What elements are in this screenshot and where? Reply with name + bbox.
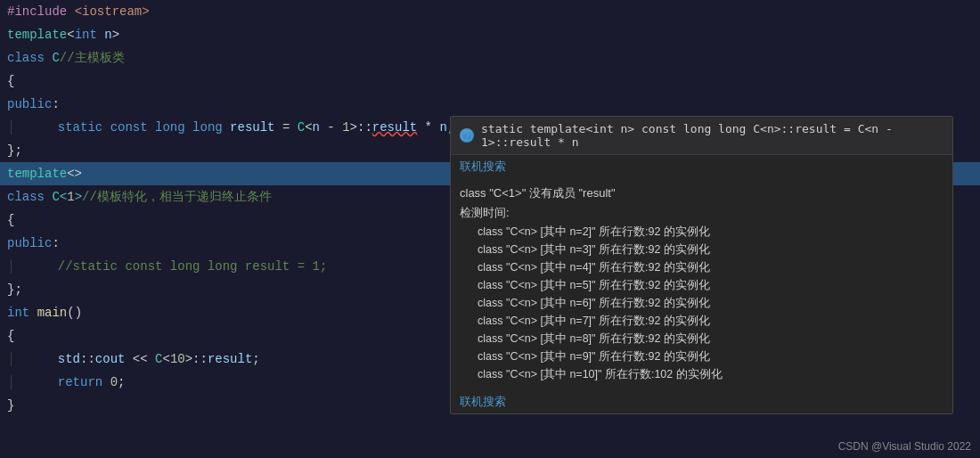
tooltip-link-1[interactable]: 联机搜索 [451, 155, 952, 178]
tooltip-body: class "C<1>" 没有成员 "result" 检测时间: class "… [451, 178, 952, 390]
code-line-3: class C//主模板类 [0, 46, 980, 70]
code-line-2: template<int n> [0, 23, 980, 46]
instance-item-7: class "C<n> [其中 n=8]" 所在行数:92 的实例化 [460, 330, 943, 348]
detect-label: 检测时间: [460, 205, 943, 221]
code-line-1: #include <iostream> [0, 0, 980, 23]
instance-item-8: class "C<n> [其中 n=9]" 所在行数:92 的实例化 [460, 348, 943, 365]
code-line-5: public: [0, 93, 980, 116]
tooltip-signature: static template<int n> const long long C… [481, 122, 943, 149]
instance-item-4: class "C<n> [其中 n=5]" 所在行数:92 的实例化 [460, 276, 943, 294]
tooltip-link-2[interactable]: 联机搜索 [451, 390, 952, 413]
keyword-include: #include [7, 0, 67, 23]
code-line-4: { [0, 70, 980, 93]
tooltip-icon [460, 128, 474, 143]
instance-item-2: class "C<n> [其中 n=3]" 所在行数:92 的实例化 [460, 241, 943, 258]
instance-item-1: class "C<n> [其中 n=2]" 所在行数:92 的实例化 [460, 223, 943, 241]
instance-item-5: class "C<n> [其中 n=6]" 所在行数:92 的实例化 [460, 294, 943, 312]
error-tooltip: static template<int n> const long long C… [450, 116, 953, 414]
instance-list: class "C<n> [其中 n=2]" 所在行数:92 的实例化 class… [460, 223, 943, 383]
error-title: class "C<1>" 没有成员 "result" [460, 185, 943, 201]
instance-item-6: class "C<n> [其中 n=7]" 所在行数:92 的实例化 [460, 312, 943, 330]
code-editor: #include <iostream> template<int n> clas… [0, 0, 980, 458]
instance-item-3: class "C<n> [其中 n=4]" 所在行数:92 的实例化 [460, 258, 943, 276]
instance-item-9: class "C<n> [其中 n=10]" 所在行数:102 的实例化 [460, 365, 943, 383]
watermark: CSDN @Visual Studio 2022 [838, 440, 971, 453]
svg-point-1 [466, 138, 468, 140]
tooltip-header: static template<int n> const long long C… [451, 117, 952, 155]
